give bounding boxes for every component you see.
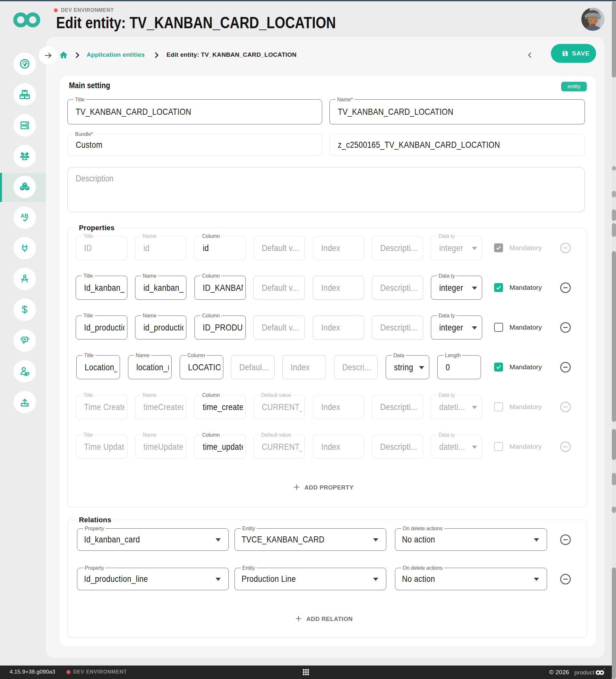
svg-text:product: product <box>574 669 594 676</box>
